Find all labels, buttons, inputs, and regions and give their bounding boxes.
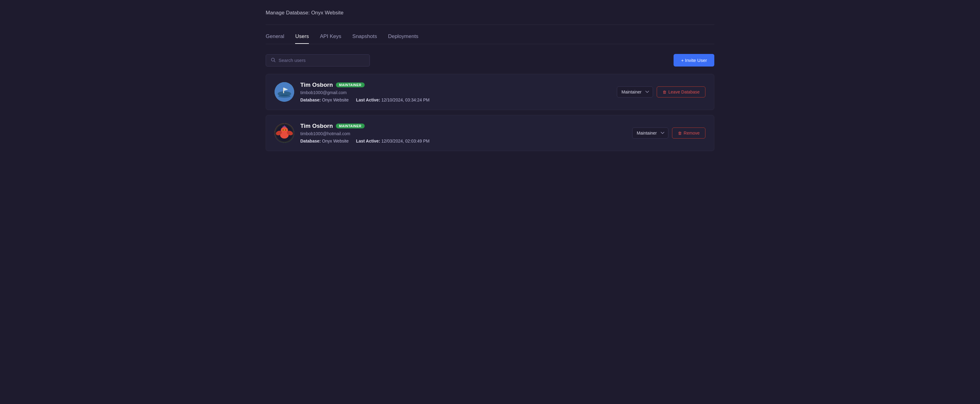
user-badge: MAINTAINER — [336, 83, 364, 87]
user-name: Tim Osborn — [300, 81, 333, 88]
role-select[interactable]: Maintainer Viewer Editor — [632, 127, 668, 138]
user-meta: Database: Onyx Website Last Active: 12/0… — [300, 138, 430, 143]
last-active-label: Last Active: — [356, 97, 380, 102]
user-name-row: Tim Osborn MAINTAINER — [300, 81, 430, 88]
role-select[interactable]: Maintainer Viewer Editor — [617, 86, 653, 97]
user-card: Tim Osborn MAINTAINER timbob1000@gmail.c… — [266, 74, 714, 110]
user-right-section: Maintainer Viewer Editor 🗑 Remove — [632, 127, 705, 138]
search-icon — [271, 57, 275, 63]
user-card: Tim Osborn MAINTAINER timbob1000@hotmail… — [266, 115, 714, 151]
user-email: timbob1000@hotmail.com — [300, 131, 430, 136]
leave-database-button[interactable]: 🗑 Leave Database — [657, 86, 705, 97]
avatar — [275, 123, 294, 143]
user-name: Tim Osborn — [300, 122, 333, 129]
svg-line-1 — [274, 61, 275, 62]
user-email: timbob1000@gmail.com — [300, 90, 430, 95]
search-input[interactable] — [278, 57, 365, 63]
database-label: Database: — [300, 97, 321, 102]
user-database: Database: Onyx Website — [300, 138, 349, 143]
tab-api-keys[interactable]: API Keys — [320, 33, 341, 44]
user-last-active: Last Active: 12/03/2024, 02:03:49 PM — [356, 138, 430, 143]
user-left-section: Tim Osborn MAINTAINER timbob1000@gmail.c… — [275, 81, 430, 102]
header-divider — [266, 24, 714, 25]
tab-users[interactable]: Users — [295, 33, 309, 44]
page-title: Manage Database: Onyx Website — [266, 10, 714, 16]
user-left-section: Tim Osborn MAINTAINER timbob1000@hotmail… — [275, 122, 430, 143]
user-last-active: Last Active: 12/10/2024, 03:34:24 PM — [356, 97, 430, 102]
users-toolbar: + Invite User — [266, 54, 714, 67]
tab-general[interactable]: General — [266, 33, 284, 44]
tab-snapshots[interactable]: Snapshots — [352, 33, 377, 44]
tab-deployments[interactable]: Deployments — [388, 33, 418, 44]
svg-point-15 — [283, 130, 284, 130]
tab-navigation: General Users API Keys Snapshots Deploym… — [266, 33, 714, 44]
last-active-label: Last Active: — [356, 138, 380, 143]
trash-icon: 🗑 — [662, 90, 667, 94]
svg-point-16 — [285, 130, 286, 130]
avatar — [275, 82, 294, 102]
user-info: Tim Osborn MAINTAINER timbob1000@gmail.c… — [300, 81, 430, 102]
user-right-section: Maintainer Viewer Editor 🗑 Leave Databas… — [617, 86, 705, 97]
user-badge: MAINTAINER — [336, 124, 364, 129]
database-label: Database: — [300, 138, 321, 143]
invite-user-button[interactable]: + Invite User — [673, 54, 714, 67]
remove-user-button[interactable]: 🗑 Remove — [672, 127, 705, 138]
user-name-row: Tim Osborn MAINTAINER — [300, 122, 430, 129]
svg-point-6 — [278, 95, 291, 98]
user-info: Tim Osborn MAINTAINER timbob1000@hotmail… — [300, 122, 430, 143]
search-box — [266, 54, 370, 67]
trash-icon: 🗑 — [678, 131, 682, 135]
user-database: Database: Onyx Website — [300, 97, 349, 102]
user-meta: Database: Onyx Website Last Active: 12/1… — [300, 97, 430, 102]
svg-rect-4 — [283, 87, 284, 93]
svg-point-10 — [281, 127, 288, 134]
